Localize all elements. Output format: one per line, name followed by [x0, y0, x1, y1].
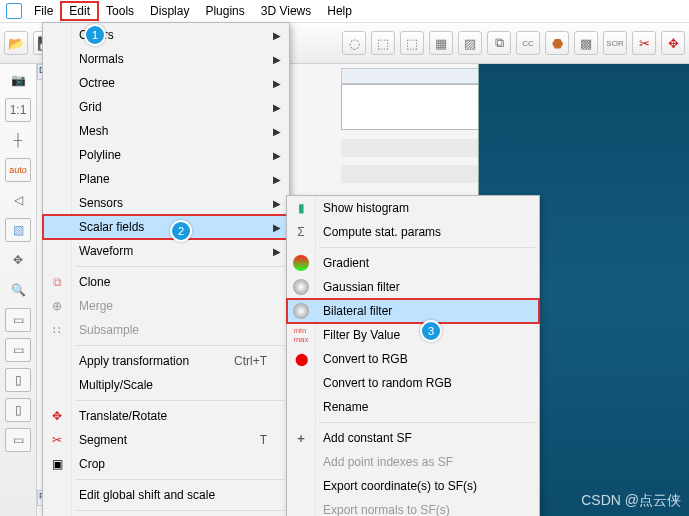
plus-icon: ＋: [293, 430, 309, 446]
menu-scalar-fields[interactable]: Scalar fields▶: [43, 215, 289, 239]
ratio-icon[interactable]: 1:1: [5, 98, 31, 122]
accelerator: T: [260, 433, 267, 447]
submenu-show-histogram[interactable]: ▮Show histogram: [287, 196, 539, 220]
tool-icon[interactable]: ⬚: [400, 31, 424, 55]
scissors-icon[interactable]: ✂: [632, 31, 656, 55]
annotation-badge-2: 2: [170, 220, 192, 242]
submenu-add-constant[interactable]: ＋Add constant SF: [287, 426, 539, 450]
menu-display[interactable]: Display: [142, 2, 197, 20]
menu-octree[interactable]: Octree▶: [43, 71, 289, 95]
tool-icon[interactable]: CC: [516, 31, 540, 55]
gradient-icon: [293, 255, 309, 271]
cube-icon[interactable]: ▧: [5, 218, 31, 242]
menu-separator: [319, 247, 535, 248]
submenu-arrow-icon: ▶: [273, 174, 281, 185]
menu-plugins[interactable]: Plugins: [197, 2, 252, 20]
menu-help[interactable]: Help: [319, 2, 360, 20]
menu-mesh[interactable]: Mesh▶: [43, 119, 289, 143]
menu-separator: [75, 479, 285, 480]
submenu-random-rgb[interactable]: Convert to random RGB: [287, 371, 539, 395]
app-window: File Edit Tools Display Plugins 3D Views…: [0, 0, 689, 516]
scissors-icon: ✂: [49, 432, 65, 448]
menu-segment[interactable]: ✂SegmentT: [43, 428, 289, 452]
submenu-arrow-icon: ▶: [273, 102, 281, 113]
menu-polyline[interactable]: Polyline▶: [43, 143, 289, 167]
submenu-convert-rgb[interactable]: ⬤Convert to RGB: [287, 347, 539, 371]
open-folder-icon[interactable]: 📂: [4, 31, 28, 55]
submenu-filter-by-value[interactable]: minmaxFilter By Value: [287, 323, 539, 347]
tool-icon[interactable]: ◌: [342, 31, 366, 55]
view-back-icon[interactable]: ▭: [5, 338, 31, 362]
view-front-icon[interactable]: ▭: [5, 308, 31, 332]
filter-icon: minmax: [293, 327, 309, 343]
sor-icon[interactable]: SOR: [603, 31, 627, 55]
menu-3dviews[interactable]: 3D Views: [253, 2, 319, 20]
submenu-arrow-icon: ▶: [273, 78, 281, 89]
cross-icon[interactable]: ┼: [5, 128, 31, 152]
tool-icon[interactable]: ▦: [429, 31, 453, 55]
subsample-icon: ∷: [49, 322, 65, 338]
menu-crop[interactable]: ▣Crop: [43, 452, 289, 476]
auto-icon[interactable]: auto: [5, 158, 31, 182]
crop-icon: ▣: [49, 456, 65, 472]
menu-sensors[interactable]: Sensors▶: [43, 191, 289, 215]
tool-icon[interactable]: ▩: [574, 31, 598, 55]
menu-grid[interactable]: Grid▶: [43, 95, 289, 119]
submenu-export-coords[interactable]: Export coordinate(s) to SF(s): [287, 474, 539, 498]
watermark-text: CSDN @点云侠: [581, 492, 681, 510]
menu-colors[interactable]: Colors▶: [43, 23, 289, 47]
camera-icon[interactable]: 📷: [5, 68, 31, 92]
view-left-icon[interactable]: ▯: [5, 368, 31, 392]
submenu-gaussian[interactable]: Gaussian filter: [287, 275, 539, 299]
menu-apply-transformation[interactable]: Apply transformationCtrl+T: [43, 349, 289, 373]
menubar: File Edit Tools Display Plugins 3D Views…: [0, 0, 689, 23]
submenu-arrow-icon: ▶: [273, 126, 281, 137]
tool-icon[interactable]: ⧉: [487, 31, 511, 55]
menu-merge: ⊕Merge: [43, 294, 289, 318]
submenu-arrow-icon: ▶: [273, 222, 281, 233]
tool-icon[interactable]: ▨: [458, 31, 482, 55]
submenu-arrow-icon: ▶: [273, 30, 281, 41]
menu-edit[interactable]: Edit: [61, 2, 98, 20]
submenu-arrow-icon: ▶: [273, 198, 281, 209]
menu-separator: [75, 266, 285, 267]
accelerator: Ctrl+T: [234, 354, 267, 368]
menu-subsample: ∷Subsample: [43, 318, 289, 342]
submenu-gradient[interactable]: Gradient: [287, 251, 539, 275]
zoom-icon[interactable]: 🔍: [5, 278, 31, 302]
scalar-fields-submenu: ▮Show histogram ΣCompute stat. params Gr…: [286, 195, 540, 516]
menu-file[interactable]: File: [26, 2, 61, 20]
translate-icon: ✥: [49, 408, 65, 424]
menu-edit-global-shift[interactable]: Edit global shift and scale: [43, 483, 289, 507]
move-icon[interactable]: ✥: [5, 248, 31, 272]
left-toolbar: 📷 1:1 ┼ auto ◁ ▧ ✥ 🔍 ▭ ▭ ▯ ▯ ▭: [0, 64, 37, 516]
edit-dropdown-menu: Colors▶ Normals▶ Octree▶ Grid▶ Mesh▶ Pol…: [42, 22, 290, 516]
submenu-compute-stat[interactable]: ΣCompute stat. params: [287, 220, 539, 244]
menu-multiply-scale[interactable]: Multiply/Scale: [43, 373, 289, 397]
menu-translate-rotate[interactable]: ✥Translate/Rotate: [43, 404, 289, 428]
app-logo-icon: [6, 3, 22, 19]
annotation-badge-3: 3: [420, 320, 442, 342]
menu-tools[interactable]: Tools: [98, 2, 142, 20]
clone-icon: ⧉: [49, 274, 65, 290]
view-top-icon[interactable]: ▭: [5, 428, 31, 452]
move-icon[interactable]: ✥: [661, 31, 685, 55]
submenu-add-indexes: Add point indexes as SF: [287, 450, 539, 474]
menu-separator: [75, 345, 285, 346]
tool-icon[interactable]: ⬣: [545, 31, 569, 55]
menu-normals[interactable]: Normals▶: [43, 47, 289, 71]
rgb-icon: ⬤: [293, 351, 309, 367]
menu-plane[interactable]: Plane▶: [43, 167, 289, 191]
submenu-arrow-icon: ▶: [273, 54, 281, 65]
tool-icon[interactable]: ⬚: [371, 31, 395, 55]
menu-clone[interactable]: ⧉Clone: [43, 270, 289, 294]
menu-waveform[interactable]: Waveform▶: [43, 239, 289, 263]
arrow-icon[interactable]: ◁: [5, 188, 31, 212]
view-right-icon[interactable]: ▯: [5, 398, 31, 422]
submenu-arrow-icon: ▶: [273, 246, 281, 257]
merge-icon: ⊕: [49, 298, 65, 314]
submenu-rename[interactable]: Rename: [287, 395, 539, 419]
sphere-icon: [293, 279, 309, 295]
menu-separator: [75, 510, 285, 511]
submenu-bilateral-filter[interactable]: Bilateral filter: [287, 299, 539, 323]
